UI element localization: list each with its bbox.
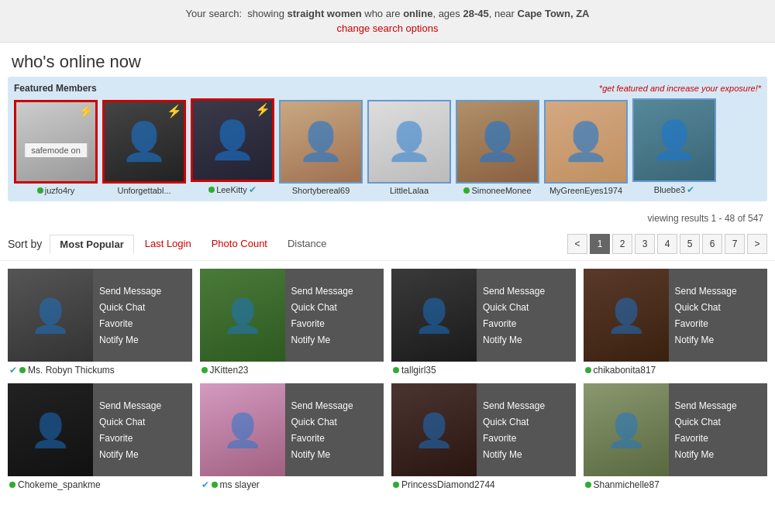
member-actions-robyn: Send Message Quick Chat Favorite Notify … — [93, 269, 192, 362]
featured-member-name-7: MyGreenEyes1974 — [549, 186, 622, 195]
member-actions-princess: Send Message Quick Chat Favorite Notify … — [477, 383, 576, 476]
change-search-link[interactable]: change search options — [12, 22, 763, 34]
member-info-slayer: ✔ ms slayer — [200, 479, 384, 490]
send-message-btn[interactable]: Send Message — [291, 399, 378, 413]
featured-member-3[interactable]: ⚡ 👤 LeeKitty ✔ — [191, 98, 274, 195]
page-btn-4[interactable]: 4 — [657, 234, 677, 254]
quick-chat-btn[interactable]: Quick Chat — [675, 300, 762, 314]
sort-tabs: Most Popular Last Login Photo Count Dist… — [50, 235, 336, 254]
member-info-tallgirl: tallgirl35 — [391, 365, 576, 376]
page-btn-2[interactable]: 2 — [612, 234, 632, 254]
section-title: who's online now — [0, 43, 775, 77]
favorite-btn[interactable]: Favorite — [99, 431, 186, 445]
online-indicator — [212, 482, 218, 488]
featured-member-name-6: SimoneeMonee — [463, 186, 531, 195]
notify-me-btn[interactable]: Notify Me — [675, 333, 762, 347]
page-btn-5[interactable]: 5 — [680, 234, 700, 254]
featured-member-7[interactable]: 👤 MyGreenEyes1974 — [544, 100, 628, 195]
sort-tab-photo-count[interactable]: Photo Count — [202, 235, 277, 254]
notify-me-btn[interactable]: Notify Me — [675, 448, 762, 462]
featured-member-name-3: LeeKitty ✔ — [208, 184, 257, 195]
member-card-princess: 👤 Send Message Quick Chat Favorite Notif… — [391, 383, 576, 490]
featured-member-1[interactable]: safemode on ⚡ juzfo4ry — [14, 100, 98, 195]
notify-me-btn[interactable]: Notify Me — [291, 333, 378, 347]
safemode-overlay: safemode on — [24, 142, 88, 158]
favorite-btn[interactable]: Favorite — [99, 317, 186, 331]
member-photo-tallgirl[interactable]: 👤 — [391, 269, 477, 362]
favorite-btn[interactable]: Favorite — [675, 317, 762, 331]
quick-chat-btn[interactable]: Quick Chat — [99, 300, 186, 314]
favorite-btn[interactable]: Favorite — [291, 317, 378, 331]
sort-tab-last-login[interactable]: Last Login — [136, 235, 201, 254]
favorite-btn[interactable]: Favorite — [483, 431, 570, 445]
online-indicator — [202, 367, 208, 373]
page-next-btn[interactable]: > — [747, 234, 767, 254]
member-card: 👤 Send Message Quick Chat Favorite Notif… — [200, 383, 384, 476]
send-message-btn[interactable]: Send Message — [99, 284, 186, 298]
member-photo-choke[interactable]: 👤 — [8, 383, 93, 476]
photo-placeholder: 👤 — [457, 101, 538, 182]
send-message-btn[interactable]: Send Message — [291, 284, 378, 298]
quick-chat-btn[interactable]: Quick Chat — [675, 415, 762, 429]
sort-tab-distance[interactable]: Distance — [278, 235, 336, 254]
verified-badge: ✔ — [9, 365, 17, 376]
send-message-btn[interactable]: Send Message — [675, 399, 762, 413]
member-card-shan: 👤 Send Message Quick Chat Favorite Notif… — [584, 383, 768, 490]
photo-placeholder: 👤 — [281, 101, 361, 182]
notify-me-btn[interactable]: Notify Me — [291, 448, 378, 462]
member-photo-robyn[interactable]: 👤 — [8, 269, 93, 362]
sort-tab-most-popular[interactable]: Most Popular — [50, 235, 133, 254]
featured-member-8[interactable]: 👤 Bluebe3 ✔ — [632, 98, 716, 195]
notify-me-btn[interactable]: Notify Me — [483, 333, 570, 347]
online-indicator — [585, 482, 591, 488]
members-row-2: 👤 Send Message Quick Chat Favorite Notif… — [8, 383, 767, 490]
member-card-chika: 👤 Send Message Quick Chat Favorite Notif… — [584, 269, 768, 376]
quick-chat-btn[interactable]: Quick Chat — [291, 300, 378, 314]
member-photo-chika[interactable]: 👤 — [584, 269, 669, 362]
favorite-btn[interactable]: Favorite — [483, 317, 570, 331]
member-photo-jkitten[interactable]: 👤 — [200, 269, 285, 362]
featured-member-4[interactable]: 👤 Shortybereal69 — [279, 100, 363, 195]
page-btn-1[interactable]: 1 — [590, 234, 610, 254]
pagination: < 1 2 3 4 5 6 7 > — [567, 234, 767, 254]
notify-me-btn[interactable]: Notify Me — [483, 448, 570, 462]
member-name-choke: Chokeme_spankme — [18, 479, 101, 490]
member-info-chika: chikabonita817 — [584, 365, 768, 376]
member-card: 👤 Send Message Quick Chat Favorite Notif… — [391, 269, 576, 362]
featured-member-name-4: Shortybereal69 — [292, 186, 350, 195]
featured-member-name-8: Bluebe3 ✔ — [654, 184, 694, 195]
member-photo-shan[interactable]: 👤 — [584, 383, 669, 476]
page-btn-6[interactable]: 6 — [702, 234, 722, 254]
notify-me-btn[interactable]: Notify Me — [99, 333, 186, 347]
search-status: online — [403, 8, 432, 19]
notify-me-btn[interactable]: Notify Me — [99, 448, 186, 462]
member-actions-slayer: Send Message Quick Chat Favorite Notify … — [285, 383, 384, 476]
member-actions-shan: Send Message Quick Chat Favorite Notify … — [669, 383, 768, 476]
send-message-btn[interactable]: Send Message — [483, 284, 570, 298]
member-actions-tallgirl: Send Message Quick Chat Favorite Notify … — [477, 269, 576, 362]
favorite-btn[interactable]: Favorite — [291, 431, 378, 445]
featured-member-5[interactable]: 👤 LittleLalaa — [367, 100, 451, 195]
member-photo-slayer[interactable]: 👤 — [200, 383, 285, 476]
featured-member-6[interactable]: 👤 SimoneeMonee — [456, 100, 539, 195]
featured-section: Featured Members *get featured and incre… — [8, 77, 767, 201]
page-btn-7[interactable]: 7 — [725, 234, 745, 254]
online-indicator — [463, 187, 470, 194]
send-message-btn[interactable]: Send Message — [483, 399, 570, 413]
verified-badge: ✔ — [202, 479, 209, 490]
page-prev-btn[interactable]: < — [567, 234, 587, 254]
quick-chat-btn[interactable]: Quick Chat — [99, 415, 186, 429]
member-card: 👤 Send Message Quick Chat Favorite Notif… — [391, 383, 576, 476]
send-message-btn[interactable]: Send Message — [99, 399, 186, 413]
featured-member-2[interactable]: ⚡ 👤 Unforgettabl... — [102, 100, 186, 195]
page-btn-3[interactable]: 3 — [635, 234, 655, 254]
favorite-btn[interactable]: Favorite — [675, 431, 762, 445]
member-actions-chika: Send Message Quick Chat Favorite Notify … — [669, 269, 768, 362]
online-indicator — [9, 482, 16, 488]
quick-chat-btn[interactable]: Quick Chat — [291, 415, 378, 429]
quick-chat-btn[interactable]: Quick Chat — [483, 415, 570, 429]
quick-chat-btn[interactable]: Quick Chat — [483, 300, 570, 314]
featured-member-name-1: juzfo4ry — [37, 186, 75, 195]
send-message-btn[interactable]: Send Message — [675, 284, 762, 298]
member-photo-princess[interactable]: 👤 — [391, 383, 477, 476]
